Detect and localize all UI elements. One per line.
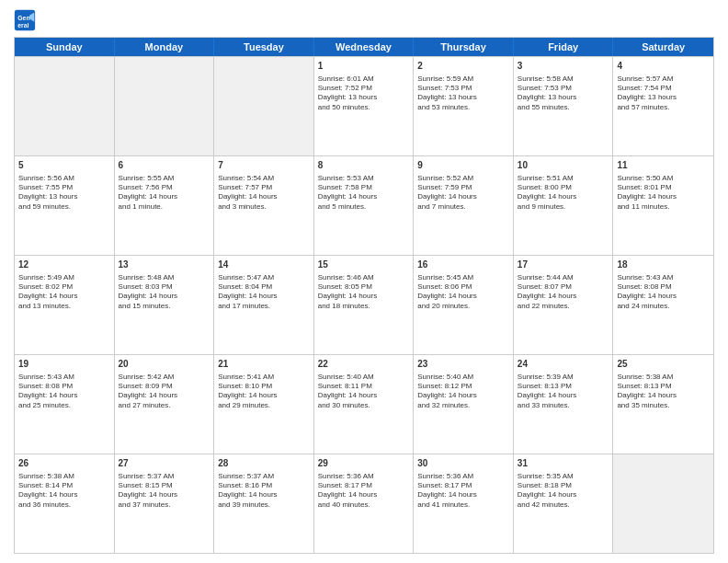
cell-info-line: Sunset: 7:53 PM — [518, 84, 609, 93]
cell-info-line: Sunrise: 5:38 AM — [18, 472, 110, 481]
calendar-cell — [15, 57, 115, 155]
cell-info-line: and 3 minutes. — [218, 202, 310, 212]
cell-info-line: and 25 minutes. — [18, 401, 110, 410]
cell-info-line: Sunrise: 5:41 AM — [218, 373, 310, 382]
cell-info-line: and 41 minutes. — [417, 500, 509, 510]
cell-info-line: and 22 minutes. — [518, 302, 609, 311]
day-number: 28 — [218, 457, 310, 470]
calendar-cell: 25Sunrise: 5:38 AMSunset: 8:13 PMDayligh… — [613, 355, 713, 454]
day-number: 11 — [617, 159, 710, 172]
cell-info-line: Sunrise: 5:40 AM — [417, 373, 509, 382]
cell-info-line: and 15 minutes. — [119, 302, 210, 311]
cell-info-line: Sunrise: 6:01 AM — [318, 75, 410, 84]
cell-info-line: Sunrise: 5:38 AM — [617, 373, 710, 382]
calendar-body: 1Sunrise: 6:01 AMSunset: 7:52 PMDaylight… — [15, 56, 713, 553]
cell-info-line: Sunset: 8:10 PM — [218, 382, 310, 391]
cell-info-line: and 32 minutes. — [417, 401, 509, 410]
day-number: 29 — [318, 457, 410, 470]
cell-info-line: Sunset: 7:54 PM — [617, 84, 710, 93]
cell-info-line: and 11 minutes. — [617, 202, 710, 212]
calendar-cell: 31Sunrise: 5:35 AMSunset: 8:18 PMDayligh… — [514, 454, 614, 553]
calendar-cell: 14Sunrise: 5:47 AMSunset: 8:04 PMDayligh… — [214, 256, 314, 354]
cell-info-line: Sunset: 8:16 PM — [218, 481, 310, 490]
cell-info-line: Daylight: 14 hours — [518, 292, 609, 301]
cell-info-line: and 1 minute. — [119, 202, 210, 212]
cell-info-line: Daylight: 14 hours — [218, 391, 310, 400]
svg-text:eral: eral — [17, 22, 28, 29]
day-number: 5 — [18, 159, 110, 172]
cell-info-line: Sunrise: 5:39 AM — [518, 373, 609, 382]
header: Gen eral — [14, 9, 714, 31]
calendar-cell: 21Sunrise: 5:41 AMSunset: 8:10 PMDayligh… — [214, 355, 314, 454]
day-number: 22 — [318, 358, 410, 371]
day-number: 2 — [417, 60, 509, 73]
day-number: 8 — [318, 159, 410, 172]
cell-info-line: Sunset: 8:07 PM — [518, 282, 609, 292]
cell-info-line: and 17 minutes. — [218, 302, 310, 311]
cell-info-line: and 57 minutes. — [617, 103, 710, 112]
cell-info-line: and 35 minutes. — [617, 401, 710, 410]
day-number: 30 — [417, 457, 509, 470]
cell-info-line: Daylight: 13 hours — [617, 93, 710, 102]
day-number: 24 — [518, 358, 609, 371]
cell-info-line: Sunset: 8:11 PM — [318, 382, 410, 391]
cell-info-line: Sunset: 8:12 PM — [417, 382, 509, 391]
calendar-cell: 11Sunrise: 5:50 AMSunset: 8:01 PMDayligh… — [613, 156, 713, 255]
cell-info-line: and 30 minutes. — [318, 401, 410, 410]
cell-info-line: Daylight: 14 hours — [417, 490, 509, 500]
calendar-cell: 28Sunrise: 5:37 AMSunset: 8:16 PMDayligh… — [214, 454, 314, 553]
cell-info-line: Sunrise: 5:53 AM — [318, 174, 410, 183]
calendar-week-row: 12Sunrise: 5:49 AMSunset: 8:02 PMDayligh… — [15, 255, 713, 354]
calendar-cell: 26Sunrise: 5:38 AMSunset: 8:14 PMDayligh… — [15, 454, 115, 553]
day-number: 6 — [119, 159, 210, 172]
cell-info-line: Sunset: 8:08 PM — [617, 282, 710, 292]
cell-info-line: Sunset: 7:55 PM — [18, 183, 110, 192]
cell-info-line: Sunrise: 5:50 AM — [617, 174, 710, 183]
cell-info-line: Sunset: 8:00 PM — [518, 183, 609, 192]
calendar-cell: 13Sunrise: 5:48 AMSunset: 8:03 PMDayligh… — [115, 256, 215, 354]
cell-info-line: Sunset: 8:06 PM — [417, 282, 509, 292]
cell-info-line: Sunset: 8:08 PM — [18, 382, 110, 391]
cell-info-line: Daylight: 13 hours — [318, 93, 410, 102]
calendar-week-row: 5Sunrise: 5:56 AMSunset: 7:55 PMDaylight… — [15, 155, 713, 255]
cell-info-line: and 37 minutes. — [119, 500, 210, 510]
cell-info-line: Sunset: 8:13 PM — [617, 382, 710, 391]
cell-info-line: Sunset: 7:57 PM — [218, 183, 310, 192]
day-number: 7 — [218, 159, 310, 172]
cell-info-line: Sunset: 7:53 PM — [417, 84, 509, 93]
cell-info-line: Sunrise: 5:55 AM — [119, 174, 210, 183]
cell-info-line: and 9 minutes. — [518, 202, 609, 212]
cell-info-line: Daylight: 14 hours — [518, 490, 609, 500]
calendar-cell: 24Sunrise: 5:39 AMSunset: 8:13 PMDayligh… — [514, 355, 614, 454]
day-of-week-header: Wednesday — [314, 38, 415, 56]
day-number: 27 — [119, 457, 210, 470]
cell-info-line: Sunset: 7:58 PM — [318, 183, 410, 192]
calendar-cell: 20Sunrise: 5:42 AMSunset: 8:09 PMDayligh… — [115, 355, 215, 454]
cell-info-line: Sunset: 8:18 PM — [518, 481, 609, 490]
day-number: 3 — [518, 60, 609, 73]
cell-info-line: Daylight: 14 hours — [119, 490, 210, 500]
cell-info-line: Sunset: 8:02 PM — [18, 282, 110, 292]
cell-info-line: and 53 minutes. — [417, 103, 509, 112]
cell-info-line: and 5 minutes. — [318, 202, 410, 212]
cell-info-line: Sunrise: 5:45 AM — [417, 273, 509, 282]
cell-info-line: Sunrise: 5:43 AM — [18, 373, 110, 382]
calendar-cell: 30Sunrise: 5:36 AMSunset: 8:17 PMDayligh… — [414, 454, 514, 553]
cell-info-line: Daylight: 14 hours — [119, 192, 210, 201]
cell-info-line: Sunrise: 5:56 AM — [18, 174, 110, 183]
cell-info-line: and 29 minutes. — [218, 401, 310, 410]
cell-info-line: Daylight: 14 hours — [417, 292, 509, 301]
calendar-week-row: 19Sunrise: 5:43 AMSunset: 8:08 PMDayligh… — [15, 354, 713, 454]
calendar-cell — [214, 57, 314, 155]
cell-info-line: and 59 minutes. — [18, 202, 110, 212]
day-number: 25 — [617, 358, 710, 371]
cell-info-line: Sunset: 8:09 PM — [119, 382, 210, 391]
cell-info-line: and 55 minutes. — [518, 103, 609, 112]
cell-info-line: and 50 minutes. — [318, 103, 410, 112]
cell-info-line: Sunrise: 5:37 AM — [218, 472, 310, 481]
cell-info-line: Sunset: 8:01 PM — [617, 183, 710, 192]
calendar-cell: 18Sunrise: 5:43 AMSunset: 8:08 PMDayligh… — [613, 256, 713, 354]
cell-info-line: Daylight: 14 hours — [417, 391, 509, 400]
day-number: 14 — [218, 259, 310, 271]
day-of-week-header: Friday — [514, 38, 614, 56]
